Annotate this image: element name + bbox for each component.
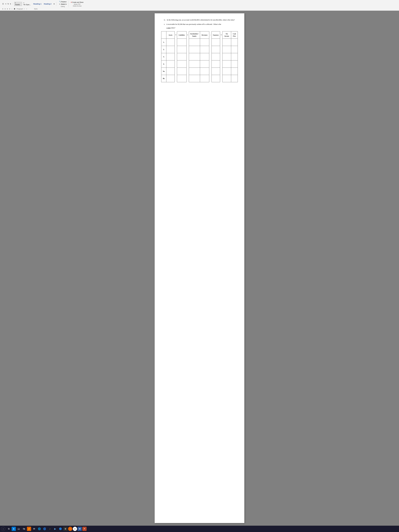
taskbar-store[interactable]: 🛍: [22, 526, 26, 531]
row-3-netincome[interactable]: [222, 53, 231, 60]
row-5a-assets[interactable]: [166, 68, 175, 75]
row-5a-num: 5a.: [161, 68, 166, 75]
style-heading2[interactable]: Heading 2: [43, 3, 52, 5]
styles-section-expand[interactable]: ⊡: [26, 8, 27, 10]
style-normal[interactable]: ¶ Assets: [14, 2, 22, 6]
table-row[interactable]: 2.: [161, 46, 238, 53]
row-1-expenses[interactable]: [212, 39, 220, 46]
row-2-revenues[interactable]: [200, 46, 209, 53]
taskbar-app-d[interactable]: D: [63, 527, 68, 531]
row-3-revenues[interactable]: [200, 53, 209, 60]
table-row[interactable]: 5b.: [161, 75, 238, 82]
row-1-netincome[interactable]: [222, 39, 231, 46]
equals-operator-1: =: [175, 32, 177, 39]
row-2-eq2: [220, 46, 222, 53]
taskbar-search[interactable]: ○: [1, 527, 5, 531]
taskbar-word[interactable]: W: [78, 527, 82, 531]
table-header-equity: Stockholders'Equity: [189, 32, 200, 39]
paragraph-expand-icon[interactable]: ⊡: [24, 8, 25, 10]
editing-label: Editing: [61, 6, 65, 7]
pilcrow-icon[interactable]: ¶: [10, 3, 11, 5]
row-1-liabilities[interactable]: [177, 39, 186, 46]
plus-operator: +: [186, 32, 189, 39]
table-row[interactable]: 4.: [161, 60, 238, 68]
question-iv-num: iv.: [164, 19, 166, 21]
taskbar-chrome[interactable]: 🌐: [37, 526, 42, 531]
indent-icon[interactable]: ⇥: [5, 3, 7, 5]
table-row[interactable]: 3.: [161, 53, 238, 60]
row-4-equity[interactable]: [189, 60, 200, 68]
row-2-expenses[interactable]: [212, 46, 220, 53]
row-5b-expenses[interactable]: [212, 75, 220, 82]
row-5b-revenues[interactable]: [200, 75, 209, 82]
row-5a-cashflow[interactable]: [231, 68, 238, 75]
taskbar-mail[interactable]: ✉: [32, 526, 36, 531]
align-center-icon[interactable]: ≡: [4, 8, 6, 10]
justify-icon[interactable]: ≡: [9, 8, 11, 10]
row-3-equity[interactable]: [189, 53, 200, 60]
style-heading1[interactable]: Heading 1: [32, 2, 42, 5]
row-5b-assets[interactable]: [166, 75, 175, 82]
table-header-net-income: Net Income: [222, 32, 231, 39]
taskbar-app3[interactable]: ▶: [53, 526, 57, 531]
create-pdf-button[interactable]: A Create and Share: [70, 1, 84, 3]
row-2-netincome[interactable]: [222, 46, 231, 53]
style-no-space[interactable]: ¶ No Spac...: [23, 2, 32, 6]
row-5b-equity[interactable]: [189, 75, 200, 82]
taskbar-app2[interactable]: ♪: [48, 526, 52, 531]
shading-icon[interactable]: ◨: [13, 8, 16, 10]
row-5b-netincome[interactable]: [222, 75, 231, 82]
row-3-expenses[interactable]: [212, 53, 220, 60]
row-3-liabilities[interactable]: [177, 53, 186, 60]
taskbar-powerpoint[interactable]: P: [82, 527, 87, 531]
row-5b-liabilities[interactable]: [177, 75, 186, 82]
row-4-assets[interactable]: [166, 60, 175, 68]
line-spacing-icon[interactable]: ↕: [11, 8, 13, 10]
row-2-liabilities[interactable]: [177, 46, 186, 53]
styles-group: ¶ Assets ¶ No Spac... Heading 1 Heading …: [13, 2, 57, 6]
taskbar-app-bolt[interactable]: ⚡: [27, 527, 31, 531]
row-5a-expenses[interactable]: [212, 68, 220, 75]
row-1-assets[interactable]: [166, 39, 175, 46]
taskbar-app1[interactable]: 🌀: [42, 526, 47, 531]
row-5a-netincome[interactable]: [222, 68, 231, 75]
taskbar-app-circle[interactable]: ○: [68, 527, 72, 531]
row-4-netincome[interactable]: [222, 60, 231, 68]
ribbon-row1: ☰ ⇥ ⇅ ¶ ¶ Assets ¶ No Spac... Heading 1 …: [0, 0, 399, 7]
acrobat-group: A Create and Share Adobe PDF Adobe Acrob…: [69, 1, 85, 7]
row-2-minus: [209, 46, 212, 53]
row-4-expenses[interactable]: [212, 60, 220, 68]
row-5a-equity[interactable]: [189, 68, 200, 75]
taskbar-edge[interactable]: e: [12, 527, 16, 531]
table-row[interactable]: 5a.: [161, 68, 238, 75]
row-2-assets[interactable]: [166, 46, 175, 53]
row-3-cashflow[interactable]: [231, 53, 238, 60]
taskbar-app-a[interactable]: A: [73, 527, 77, 531]
styles-expand-btn[interactable]: ▼: [53, 3, 55, 5]
row-2-cashflow[interactable]: [231, 46, 238, 53]
row-5a-revenues[interactable]: [200, 68, 209, 75]
select-button[interactable]: ↖ Select ▾: [58, 3, 67, 5]
row-2-equity[interactable]: [189, 46, 200, 53]
row-4-cashflow[interactable]: [231, 60, 238, 68]
taskbar-taskview[interactable]: ⧉: [6, 526, 11, 531]
row-1-cashflow[interactable]: [231, 39, 238, 46]
row-4-revenues[interactable]: [200, 60, 209, 68]
row-5b-cashflow[interactable]: [231, 75, 238, 82]
replace-button[interactable]: 🔍 Replace: [59, 0, 67, 3]
word-document[interactable]: iv. In the following year, an account wo…: [155, 13, 244, 523]
row-4-liabilities[interactable]: [177, 60, 186, 68]
table-row[interactable]: 1.: [161, 39, 238, 46]
editing-group: 🔍 Replace ↖ Select ▾ Editing: [57, 0, 68, 7]
taskbar-file-explorer[interactable]: 🗂: [16, 526, 21, 531]
list-icon[interactable]: ☰: [2, 3, 4, 5]
sort-icon[interactable]: ⇅: [7, 3, 9, 5]
row-1-equity[interactable]: [189, 39, 200, 46]
align-right-icon[interactable]: ≡: [6, 8, 8, 10]
row-5a-liabilities[interactable]: [177, 68, 186, 75]
word-icon: W: [79, 528, 81, 530]
row-1-revenues[interactable]: [200, 39, 209, 46]
taskbar-app4[interactable]: 🔵: [58, 526, 63, 531]
row-3-assets[interactable]: [166, 53, 175, 60]
align-left-icon[interactable]: ≡: [2, 8, 4, 10]
